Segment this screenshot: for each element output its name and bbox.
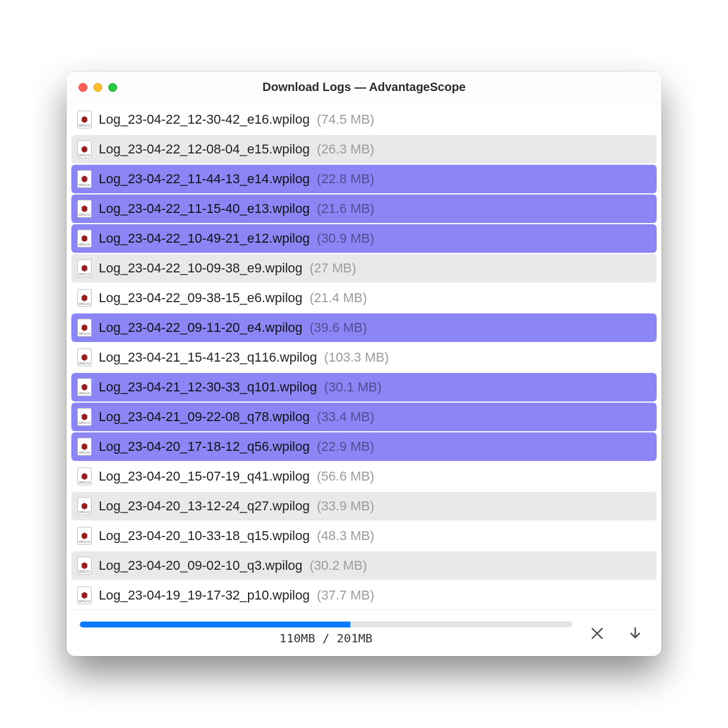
wpilog-file-icon: WPILOG <box>77 259 92 277</box>
log-filename: Log_23-04-21_15-41-23_q116.wpilog <box>99 350 317 365</box>
log-row[interactable]: WPILOGLog_23-04-21_12-30-33_q101.wpilog(… <box>71 373 657 401</box>
log-filesize: (30.9 MB) <box>317 231 375 246</box>
log-filename: Log_23-04-22_11-44-13_e14.wpilog <box>99 171 310 187</box>
download-logs-window: Download Logs — AdvantageScope WPILOGLog… <box>67 72 661 656</box>
log-row[interactable]: WPILOGLog_23-04-22_10-09-38_e9.wpilog(27… <box>71 254 657 283</box>
log-filesize: (22.8 MB) <box>317 171 375 187</box>
titlebar: Download Logs — AdvantageScope <box>67 72 661 103</box>
log-row[interactable]: WPILOGLog_23-04-22_09-11-20_e4.wpilog(39… <box>71 313 657 342</box>
log-filename: Log_23-04-20_15-07-19_q41.wpilog <box>99 469 310 484</box>
log-filesize: (22.9 MB) <box>317 439 375 454</box>
log-filename: Log_23-04-22_09-38-15_e6.wpilog <box>99 290 303 306</box>
log-filename: Log_23-04-20_17-18-12_q56.wpilog <box>99 439 310 454</box>
log-filesize: (74.5 MB) <box>317 112 375 127</box>
wpilog-file-icon: WPILOG <box>77 349 92 366</box>
log-filesize: (30.2 MB) <box>310 558 368 573</box>
log-filename: Log_23-04-22_10-49-21_e12.wpilog <box>99 231 310 246</box>
log-filesize: (21.6 MB) <box>317 201 375 216</box>
wpilog-file-icon: WPILOG <box>77 319 92 337</box>
log-filename: Log_23-04-22_12-08-04_e15.wpilog <box>99 142 310 157</box>
wpilog-file-icon: WPILOG <box>77 289 92 307</box>
log-filesize: (21.4 MB) <box>310 290 368 306</box>
log-filename: Log_23-04-20_10-33-18_q15.wpilog <box>99 528 310 544</box>
download-icon <box>627 625 644 642</box>
log-filesize: (27 MB) <box>310 261 356 276</box>
wpilog-file-icon: WPILOG <box>77 230 92 247</box>
log-row[interactable]: WPILOGLog_23-04-22_12-30-42_e16.wpilog(7… <box>71 105 657 134</box>
log-row[interactable]: WPILOGLog_23-04-22_11-15-40_e13.wpilog(2… <box>71 194 657 223</box>
log-row[interactable]: WPILOGLog_23-04-22_10-49-21_e12.wpilog(3… <box>71 224 657 253</box>
progress-bar <box>80 622 572 627</box>
progress-label: 110MB / 201MB <box>80 631 572 645</box>
log-filesize: (26.3 MB) <box>317 142 375 157</box>
log-filesize: (33.9 MB) <box>317 498 375 514</box>
close-icon <box>589 625 605 642</box>
log-filesize: (30.1 MB) <box>324 379 382 395</box>
wpilog-file-icon: WPILOG <box>77 408 92 426</box>
wpilog-file-icon: WPILOG <box>77 170 92 188</box>
zoom-window-button[interactable] <box>108 83 117 92</box>
wpilog-file-icon: WPILOG <box>77 586 92 604</box>
log-row[interactable]: WPILOGLog_23-04-22_11-44-13_e14.wpilog(2… <box>71 165 657 193</box>
wpilog-file-icon: WPILOG <box>77 438 92 456</box>
close-window-button[interactable] <box>79 83 87 92</box>
log-filesize: (33.4 MB) <box>317 409 375 425</box>
wpilog-file-icon: WPILOG <box>77 378 92 396</box>
log-filename: Log_23-04-21_12-30-33_q101.wpilog <box>99 379 317 395</box>
log-filename: Log_23-04-19_19-17-32_p10.wpilog <box>99 588 310 603</box>
log-filename: Log_23-04-21_09-22-08_q78.wpilog <box>99 409 310 425</box>
log-row[interactable]: WPILOGLog_23-04-20_15-07-19_q41.wpilog(5… <box>71 462 657 491</box>
log-row[interactable]: WPILOGLog_23-04-19_19-17-32_p10.wpilog(3… <box>71 581 657 610</box>
wpilog-file-icon: WPILOG <box>77 111 92 128</box>
wpilog-file-icon: WPILOG <box>77 140 92 158</box>
log-filesize: (39.6 MB) <box>310 320 368 335</box>
log-row[interactable]: WPILOGLog_23-04-20_09-02-10_q3.wpilog(30… <box>71 551 657 580</box>
progress-fill <box>80 622 350 627</box>
log-filesize: (37.7 MB) <box>317 588 375 603</box>
wpilog-file-icon: WPILOG <box>77 497 92 515</box>
wpilog-file-icon: WPILOG <box>77 527 92 545</box>
window-controls <box>79 83 117 92</box>
log-filename: Log_23-04-22_11-15-40_e13.wpilog <box>99 201 310 216</box>
log-filename: Log_23-04-20_13-12-24_q27.wpilog <box>99 498 310 514</box>
log-filesize: (103.3 MB) <box>324 350 389 365</box>
progress-area: 110MB / 201MB <box>80 622 572 645</box>
cancel-button[interactable] <box>584 620 610 647</box>
wpilog-file-icon: WPILOG <box>77 200 92 218</box>
log-row[interactable]: WPILOGLog_23-04-22_12-08-04_e15.wpilog(2… <box>71 135 657 164</box>
log-list: WPILOGLog_23-04-22_12-30-42_e16.wpilog(7… <box>67 103 661 610</box>
log-filesize: (48.3 MB) <box>317 528 375 544</box>
download-button[interactable] <box>622 620 648 647</box>
log-row[interactable]: WPILOGLog_23-04-20_10-33-18_q15.wpilog(4… <box>71 522 657 550</box>
wpilog-file-icon: WPILOG <box>77 467 92 485</box>
log-row[interactable]: WPILOGLog_23-04-21_15-41-23_q116.wpilog(… <box>71 343 657 372</box>
footer: 110MB / 201MB <box>67 610 661 656</box>
log-row[interactable]: WPILOGLog_23-04-22_09-38-15_e6.wpilog(21… <box>71 284 657 312</box>
log-filename: Log_23-04-22_12-30-42_e16.wpilog <box>99 112 310 127</box>
wpilog-file-icon: WPILOG <box>77 557 92 575</box>
window-title: Download Logs — AdvantageScope <box>262 80 466 94</box>
log-row[interactable]: WPILOGLog_23-04-20_13-12-24_q27.wpilog(3… <box>71 492 657 520</box>
log-filename: Log_23-04-22_10-09-38_e9.wpilog <box>99 261 303 276</box>
log-filesize: (56.6 MB) <box>317 469 375 484</box>
log-row[interactable]: WPILOGLog_23-04-20_17-18-12_q56.wpilog(2… <box>71 432 657 461</box>
log-filename: Log_23-04-20_09-02-10_q3.wpilog <box>99 558 303 573</box>
minimize-window-button[interactable] <box>93 83 102 92</box>
log-row[interactable]: WPILOGLog_23-04-21_09-22-08_q78.wpilog(3… <box>71 403 657 431</box>
log-filename: Log_23-04-22_09-11-20_e4.wpilog <box>99 320 303 335</box>
